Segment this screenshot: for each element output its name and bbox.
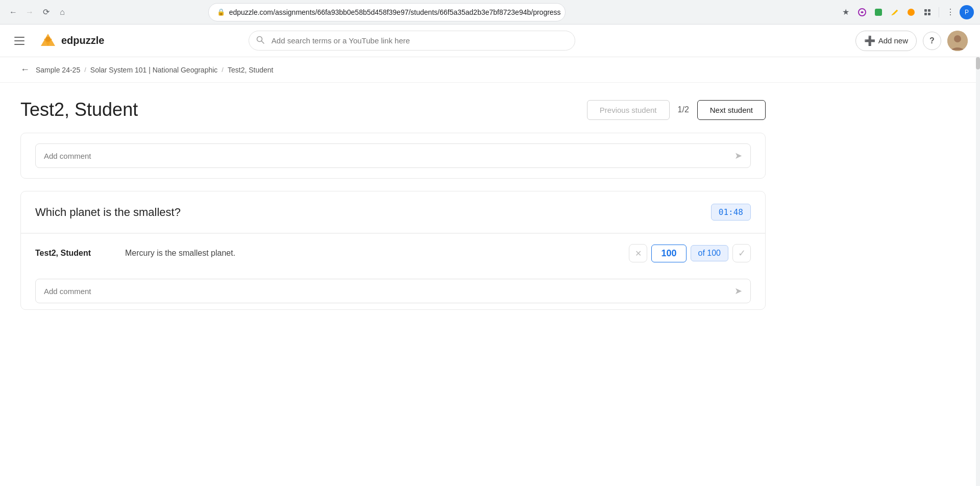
search-icon — [256, 35, 265, 46]
extension-puzzle[interactable] — [855, 5, 869, 19]
grade-of-label: of 100 — [691, 245, 728, 261]
student-counter: 1/2 — [678, 105, 689, 114]
top-comment-input-wrap: ➤ — [35, 143, 751, 168]
chrome-menu-button[interactable]: ⋮ — [943, 5, 958, 19]
question-text: Which planet is the smallest? — [35, 206, 181, 219]
browser-nav-buttons: ← → ⟳ ⌂ — [6, 5, 69, 19]
page-top: Test2, Student Previous student 1/2 Next… — [20, 99, 766, 120]
grade-score[interactable]: 100 — [651, 245, 686, 262]
app-logo-text: edpuzzle — [61, 35, 104, 46]
top-comment-send-button[interactable]: ➤ — [734, 150, 742, 161]
bottom-comment-input-wrap: ➤ — [35, 279, 751, 303]
breadcrumb-lesson-link[interactable]: Solar System 101 | National Geographic — [90, 66, 218, 74]
browser-profile-avatar[interactable]: P — [960, 5, 974, 19]
breadcrumb: ← Sample 24-25 / Solar System 101 | Nati… — [0, 57, 980, 83]
question-card-header: Which planet is the smallest? 01:48 — [21, 191, 765, 233]
breadcrumb-sep-1: / — [84, 66, 86, 74]
hamburger-menu-button[interactable] — [12, 32, 31, 50]
lock-icon: 🔒 — [217, 8, 225, 16]
page-content: Test2, Student Previous student 1/2 Next… — [0, 83, 786, 338]
bottom-comment-area: ➤ — [21, 273, 765, 309]
grade-correct-button[interactable]: ✓ — [732, 244, 751, 262]
top-comment-area: ➤ — [21, 133, 765, 178]
answer-row: Test2, Student Mercury is the smallest p… — [35, 244, 751, 262]
breadcrumb-current-student: Test2, Student — [228, 66, 274, 74]
next-student-button[interactable]: Next student — [697, 100, 766, 120]
breadcrumb-class-link[interactable]: Sample 24-25 — [36, 66, 80, 74]
right-scrollbar[interactable] — [976, 57, 980, 338]
svg-rect-4 — [928, 9, 930, 12]
logo-area[interactable]: edpuzzle — [39, 32, 104, 50]
search-input[interactable] — [249, 31, 575, 51]
grade-incorrect-button[interactable]: ✕ — [629, 244, 647, 262]
svg-rect-1 — [875, 9, 882, 16]
add-new-button[interactable]: ➕ Add new — [855, 31, 917, 51]
address-bar[interactable]: 🔒 edpuzzle.com/assignments/66fa93bb0e58b… — [208, 3, 566, 21]
student-navigation: Previous student 1/2 Next student — [587, 100, 766, 120]
question-card: Which planet is the smallest? 01:48 Test… — [20, 191, 766, 310]
add-new-label: Add new — [878, 36, 908, 45]
answer-text: Mercury is the smallest planet. — [125, 249, 621, 258]
url-text: edpuzzle.com/assignments/66fa93bb0e58b5d… — [229, 8, 561, 16]
app-header: edpuzzle ➕ Add new ? — [0, 25, 980, 57]
top-comment-card: ➤ — [20, 133, 766, 179]
extensions-button[interactable] — [920, 5, 935, 19]
forward-button[interactable]: → — [22, 5, 37, 19]
question-timestamp: 01:48 — [711, 204, 751, 221]
scrollbar-thumb[interactable] — [976, 57, 980, 69]
header-right-area: ➕ Add new ? — [855, 31, 968, 51]
home-button[interactable]: ⌂ — [55, 5, 69, 19]
svg-point-7 — [45, 37, 51, 42]
browser-chrome: ← → ⟳ ⌂ 🔒 edpuzzle.com/assignments/66fa9… — [0, 0, 980, 25]
top-comment-input[interactable] — [44, 152, 734, 160]
user-avatar[interactable] — [947, 31, 968, 51]
answer-section: Test2, Student Mercury is the smallest p… — [21, 233, 765, 273]
svg-rect-3 — [924, 9, 927, 12]
plus-icon: ➕ — [864, 35, 875, 46]
search-bar-container — [249, 31, 575, 51]
svg-point-11 — [954, 35, 961, 42]
extension-orange[interactable] — [904, 5, 918, 19]
previous-student-button[interactable]: Previous student — [587, 100, 670, 120]
back-button[interactable]: ← — [6, 5, 20, 19]
help-button[interactable]: ? — [923, 32, 941, 50]
bottom-comment-send-button[interactable]: ➤ — [734, 285, 742, 297]
svg-rect-5 — [924, 13, 927, 15]
svg-point-2 — [908, 9, 915, 16]
divider — [939, 7, 939, 17]
bottom-comment-input[interactable] — [44, 287, 734, 296]
breadcrumb-back-arrow[interactable]: ← — [20, 64, 30, 75]
edpuzzle-logo-icon — [39, 32, 57, 50]
breadcrumb-sep-2: / — [222, 66, 224, 74]
bookmark-button[interactable]: ★ — [839, 5, 853, 19]
svg-line-9 — [261, 41, 264, 43]
browser-actions: ★ ⋮ P — [839, 5, 974, 19]
grading-controls: ✕ 100 of 100 ✓ — [629, 244, 751, 262]
reload-button[interactable]: ⟳ — [39, 5, 53, 19]
page-title: Test2, Student — [20, 99, 138, 120]
svg-rect-6 — [928, 13, 930, 15]
answer-student-name: Test2, Student — [35, 249, 117, 258]
extension-pen[interactable] — [888, 5, 902, 19]
extension-green[interactable] — [871, 5, 886, 19]
